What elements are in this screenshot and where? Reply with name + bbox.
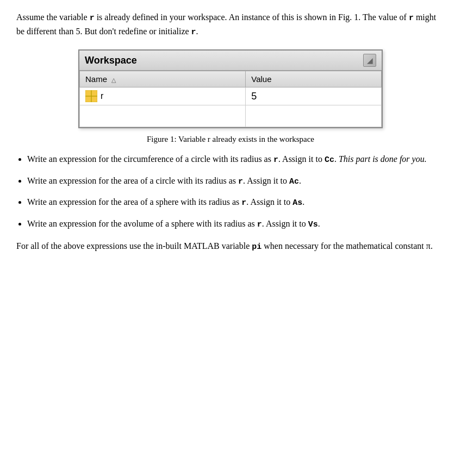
list-item: Write an expression for the area of a sp… (27, 196, 445, 210)
svg-rect-0 (85, 90, 91, 96)
table-row: r 5 (80, 87, 382, 105)
svg-rect-3 (91, 96, 97, 102)
figure-container: Workspace Name △ Value (16, 49, 445, 144)
footer-paragraph: For all of the above expressions use the… (16, 240, 445, 254)
workspace-window: Workspace Name △ Value (78, 49, 383, 128)
inline-code: r (273, 155, 278, 165)
empty-row (80, 105, 382, 127)
inline-code: r (238, 177, 243, 186)
name-cell: r (80, 87, 246, 105)
inline-code: As (292, 198, 302, 208)
svg-rect-1 (91, 90, 97, 96)
workspace-table: Name △ Value (79, 71, 382, 127)
italic-text: This part is done for you. (339, 154, 427, 164)
list-item: Write an expression for the area of a ci… (27, 174, 445, 189)
sort-icon: △ (111, 77, 116, 83)
list-item: Write an expression for the circumferenc… (27, 153, 445, 167)
svg-rect-2 (85, 96, 91, 102)
value-cell: 5 (246, 87, 382, 105)
inline-code-r1: r (90, 14, 95, 23)
inline-code-r2: r (409, 14, 414, 23)
workspace-corner-icon (363, 54, 376, 67)
inline-code: Cc (325, 155, 334, 165)
variable-name: r (101, 91, 103, 101)
inline-code: r (241, 198, 246, 208)
variable-icon (85, 90, 97, 102)
inline-code-pi: pi (252, 242, 261, 252)
inline-code: Vs (308, 220, 318, 229)
col-header-value: Value (246, 71, 382, 87)
figure-caption: Figure 1: Variable r already exists in t… (147, 135, 314, 144)
inline-code: r (257, 220, 262, 229)
list-item: Write an expression for the avolume of a… (27, 217, 445, 231)
bullet-list: Write an expression for the circumferenc… (27, 153, 445, 231)
inline-code: Ac (289, 177, 299, 186)
workspace-titlebar: Workspace (79, 51, 382, 71)
workspace-title: Workspace (85, 55, 137, 66)
variable-value: 5 (251, 91, 257, 102)
intro-paragraph: Assume the variable r is already defined… (16, 11, 445, 39)
col-header-name: Name △ (80, 71, 246, 87)
inline-code-r3: r (191, 28, 196, 37)
